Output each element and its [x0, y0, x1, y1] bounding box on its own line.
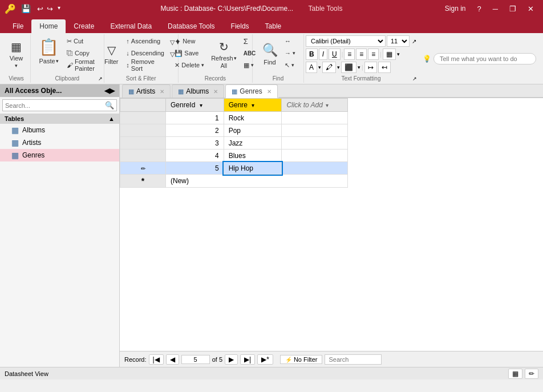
design-view-btn[interactable]: ✏	[525, 369, 538, 379]
tables-collapse-icon[interactable]: ▲	[108, 115, 115, 122]
nav-item-albums[interactable]: ▦ Albums	[0, 124, 119, 136]
cell-genre-id-2[interactable]: 2	[166, 124, 224, 137]
alternate-fill-button[interactable]: ⬛	[341, 62, 356, 73]
cell-genre-id-3[interactable]: 3	[166, 137, 224, 149]
cell-genre-1[interactable]: Rock	[224, 112, 282, 124]
cell-genre-3[interactable]: Jazz	[224, 137, 282, 149]
nav-search-input[interactable]	[3, 100, 103, 111]
nav-search[interactable]: 🔍	[2, 99, 117, 111]
record-search-input[interactable]	[325, 354, 382, 365]
format-painter-icon: 🖌	[67, 62, 73, 68]
help-btn[interactable]: ?	[473, 3, 486, 14]
close-btn[interactable]: ✕	[523, 3, 538, 14]
font-family-select[interactable]: Calibri (Detail)	[306, 35, 386, 47]
cut-button[interactable]: ✂ Cut	[64, 35, 100, 47]
table-container[interactable]: GenreId ▾ Genre ▾ Click to Add ▾	[120, 98, 543, 351]
right-align-button[interactable]: ≡	[368, 49, 379, 60]
view-dropdown[interactable]: ▾	[15, 63, 18, 68]
last-record-btn[interactable]: ▶|	[240, 354, 255, 365]
tab-create[interactable]: Create	[66, 19, 102, 33]
font-size-select[interactable]: 11	[387, 35, 410, 47]
goto-button[interactable]: → ▾	[282, 47, 298, 59]
header-genre[interactable]: Genre ▾	[224, 99, 282, 112]
indent-decrease-button[interactable]: ↤	[378, 62, 391, 73]
minimize-btn[interactable]: ─	[488, 3, 503, 14]
cell-genre-2[interactable]: Pop	[224, 124, 282, 137]
cell-genre-id-4[interactable]: 4	[166, 149, 224, 162]
find-button[interactable]: 🔍 Find	[258, 35, 281, 73]
ascending-button[interactable]: ↑ Ascending	[124, 35, 167, 47]
new-record-button[interactable]: ✦ New	[172, 35, 206, 47]
select-button[interactable]: ↖ ▾	[282, 59, 298, 71]
tell-me-input[interactable]	[433, 53, 536, 64]
datasheet-view-btn[interactable]: ▦	[508, 369, 522, 379]
quick-access-dropdown[interactable]: ▾	[55, 3, 63, 14]
nav-item-genres[interactable]: ▦ Genres	[0, 149, 119, 161]
cell-genre-id-5[interactable]: 5	[166, 162, 224, 175]
alternate-fill-dropdown[interactable]: ▾	[358, 64, 360, 70]
left-align-button[interactable]: ≡	[344, 49, 355, 60]
gridlines-button[interactable]: ▦	[383, 49, 396, 60]
albums-tab-close[interactable]: ✕	[213, 88, 218, 95]
genre-id-sort-icon[interactable]: ▾	[200, 102, 202, 108]
artists-tab-close[interactable]: ✕	[160, 88, 164, 95]
expand-icon[interactable]: ↗	[412, 38, 416, 45]
bold-button[interactable]: B	[306, 49, 318, 60]
cell-genre-id-1[interactable]: 1	[166, 112, 224, 124]
nav-section-tables[interactable]: Tables ▲	[0, 114, 119, 124]
genre-sort-icon[interactable]: ▾	[252, 102, 254, 108]
header-click-to-add[interactable]: Click to Add ▾	[282, 99, 348, 112]
undo-btn[interactable]: ↩	[36, 3, 44, 14]
no-filter-btn[interactable]: ⚡ No Filter	[280, 355, 323, 364]
paste-dropdown[interactable]: ▾	[56, 58, 59, 64]
cell-new-row[interactable]: (New)	[166, 175, 348, 188]
tab-database-tools[interactable]: Database Tools	[160, 19, 223, 33]
sign-in-btn[interactable]: Sign in	[440, 3, 471, 14]
save-record-button[interactable]: 💾 Save	[172, 47, 206, 59]
descending-button[interactable]: ↓ Descending	[124, 47, 167, 59]
new-nav-record-btn[interactable]: ▶*	[257, 354, 273, 365]
paste-button[interactable]: 📋 Paste ▾	[34, 35, 63, 67]
header-genre-id[interactable]: GenreId ▾	[166, 99, 224, 112]
gridlines-dropdown[interactable]: ▾	[397, 51, 400, 57]
delete-dropdown[interactable]: ▾	[201, 62, 204, 68]
tab-table[interactable]: Table	[257, 19, 290, 33]
cell-genre-5[interactable]: Hip Hop	[224, 162, 282, 175]
tab-external-data[interactable]: External Data	[102, 19, 160, 33]
next-record-btn[interactable]: ▶	[225, 354, 238, 365]
underline-button[interactable]: U	[329, 49, 341, 60]
save-icon-btn[interactable]: 💾	[19, 3, 33, 14]
view-button[interactable]: ▦ View ▾	[5, 35, 28, 73]
indent-increase-button[interactable]: ↦	[364, 62, 377, 73]
remove-sort-button[interactable]: ↕ Remove Sort	[124, 59, 167, 71]
italic-button[interactable]: I	[319, 49, 327, 60]
tab-fields[interactable]: Fields	[223, 19, 257, 33]
first-record-btn[interactable]: |◀	[149, 354, 164, 365]
restore-btn[interactable]: ❐	[505, 3, 521, 14]
nav-item-artists[interactable]: ▦ Artists	[0, 136, 119, 149]
genres-tab-close[interactable]: ✕	[267, 88, 272, 95]
tab-file[interactable]: File	[5, 19, 31, 33]
copy-button[interactable]: ⿻ Copy	[64, 47, 100, 59]
current-record-input[interactable]	[181, 355, 210, 364]
nav-pane-arrows[interactable]: ◀▶	[104, 87, 115, 95]
redo-btn[interactable]: ↪	[46, 3, 54, 14]
center-align-button[interactable]: ≡	[356, 49, 367, 60]
highlight-button[interactable]: 🖍	[322, 62, 336, 73]
tab-home[interactable]: Home	[31, 19, 66, 33]
replace-button[interactable]: ↔	[282, 35, 298, 47]
refresh-dropdown[interactable]: ▾	[234, 55, 237, 61]
text-formatting-expand-icon[interactable]: ↗	[412, 76, 417, 82]
delete-record-button[interactable]: ✕ Delete ▾	[172, 59, 206, 71]
goto-dropdown[interactable]: ▾	[293, 50, 295, 56]
select-dropdown[interactable]: ▾	[291, 62, 294, 68]
prev-record-btn[interactable]: ◀	[166, 354, 179, 365]
font-color-dropdown[interactable]: ▾	[318, 64, 321, 70]
font-color-button[interactable]: A	[306, 62, 317, 73]
refresh-button[interactable]: ↻ Refresh ▾ All	[208, 35, 240, 73]
click-to-add-dropdown[interactable]: ▾	[326, 102, 329, 108]
highlight-dropdown[interactable]: ▾	[337, 64, 340, 70]
filter-button[interactable]: ▽ Filter	[100, 35, 123, 73]
cell-genre-4[interactable]: Blues	[224, 149, 282, 162]
format-painter-button[interactable]: 🖌 Format Painter	[64, 59, 100, 71]
